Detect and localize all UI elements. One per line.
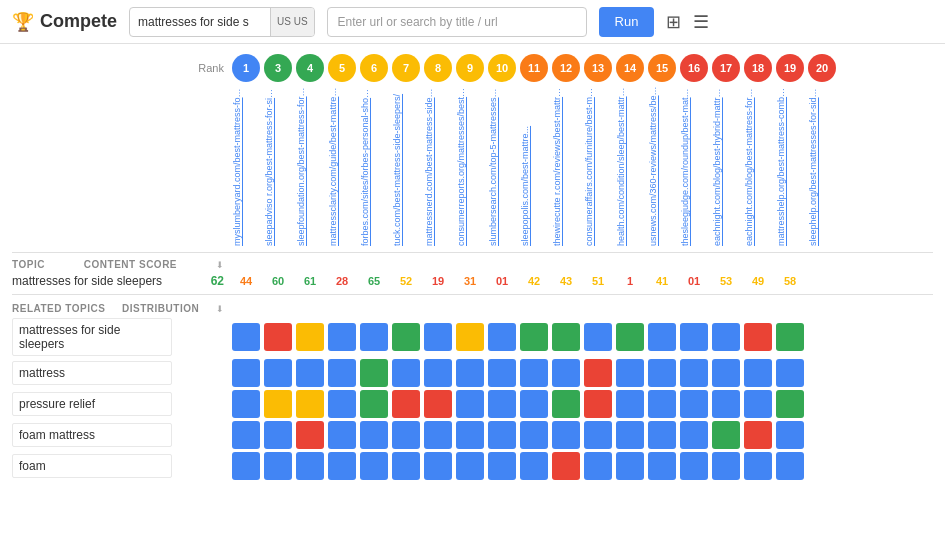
related-cell-0-10[interactable] (552, 323, 580, 351)
related-cell-0-7[interactable] (456, 323, 484, 351)
url-cell-7[interactable]: mattressnerd.com/best-mattress-side-slee… (424, 86, 452, 246)
rank-circle-4[interactable]: 4 (296, 54, 324, 82)
locale-badge[interactable]: US US (270, 8, 314, 36)
rank-circle-11[interactable]: 11 (520, 54, 548, 82)
url-cell-19[interactable]: sleephelp.org/best-mattresses-for-side-s… (808, 86, 836, 246)
rank-circle-5[interactable]: 5 (328, 54, 356, 82)
related-cell-1-10[interactable] (552, 359, 580, 387)
url-cell-16[interactable]: eachnight.com/blog/best-hybrid-mattress-… (712, 86, 740, 246)
dist-sort-icon[interactable]: ⬇ (216, 304, 224, 314)
url-cell-2[interactable]: sleepadviso r.org/best-mattress-for-side… (264, 86, 292, 246)
run-button[interactable]: Run (599, 7, 655, 37)
related-cell-0-2[interactable] (296, 323, 324, 351)
related-cell-3-5[interactable] (392, 421, 420, 449)
related-cell-2-0[interactable] (232, 390, 260, 418)
related-cell-4-4[interactable] (360, 452, 388, 480)
rank-circle-14[interactable]: 14 (616, 54, 644, 82)
related-cell-1-5[interactable] (392, 359, 420, 387)
related-cell-4-2[interactable] (296, 452, 324, 480)
related-cell-0-12[interactable] (616, 323, 644, 351)
related-cell-2-2[interactable] (296, 390, 324, 418)
rank-circle-15[interactable]: 15 (648, 54, 676, 82)
related-cell-0-4[interactable] (360, 323, 388, 351)
rank-circle-8[interactable]: 8 (424, 54, 452, 82)
related-cell-0-15[interactable] (712, 323, 740, 351)
related-cell-4-9[interactable] (520, 452, 548, 480)
grid-view-icon[interactable]: ⊞ (666, 11, 681, 33)
rank-circle-17[interactable]: 17 (712, 54, 740, 82)
related-cell-1-2[interactable] (296, 359, 324, 387)
url-cell-8[interactable]: consumerreports.org/mattresses/best-matt… (456, 86, 484, 246)
related-cell-3-2[interactable] (296, 421, 324, 449)
related-cell-2-10[interactable] (552, 390, 580, 418)
keyword-input[interactable] (130, 15, 270, 29)
related-cell-4-7[interactable] (456, 452, 484, 480)
url-cell-11[interactable]: thewirecutte r.com/reviews/best-mattress… (552, 86, 580, 246)
url-cell-17[interactable]: eachnight.com/blog/best-mattress-for-sid… (744, 86, 772, 246)
related-cell-2-4[interactable] (360, 390, 388, 418)
related-cell-0-3[interactable] (328, 323, 356, 351)
related-cell-0-1[interactable] (264, 323, 292, 351)
rank-circle-19[interactable]: 19 (776, 54, 804, 82)
related-cell-3-1[interactable] (264, 421, 292, 449)
url-cell-3[interactable]: sleepfoundation.org/best-mattress-for-si… (296, 86, 324, 246)
related-cell-2-8[interactable] (488, 390, 516, 418)
related-cell-3-4[interactable] (360, 421, 388, 449)
related-cell-2-15[interactable] (712, 390, 740, 418)
related-cell-4-10[interactable] (552, 452, 580, 480)
related-cell-4-5[interactable] (392, 452, 420, 480)
rank-circle-20[interactable]: 20 (808, 54, 836, 82)
related-cell-1-4[interactable] (360, 359, 388, 387)
related-cell-3-10[interactable] (552, 421, 580, 449)
related-cell-1-16[interactable] (744, 359, 772, 387)
url-cell-10[interactable]: sleepopolis.com/best-mattre... (520, 86, 548, 246)
url-cell-18[interactable]: mattresshelp.org/best-mattress-combinati… (776, 86, 804, 246)
url-search-input[interactable]: Enter url or search by title / url (327, 7, 587, 37)
related-cell-2-7[interactable] (456, 390, 484, 418)
related-cell-0-14[interactable] (680, 323, 708, 351)
related-cell-3-11[interactable] (584, 421, 612, 449)
related-cell-2-14[interactable] (680, 390, 708, 418)
related-cell-2-12[interactable] (616, 390, 644, 418)
rank-circle-3[interactable]: 3 (264, 54, 292, 82)
related-cell-2-11[interactable] (584, 390, 612, 418)
related-cell-0-8[interactable] (488, 323, 516, 351)
related-cell-3-7[interactable] (456, 421, 484, 449)
related-cell-1-9[interactable] (520, 359, 548, 387)
related-cell-3-9[interactable] (520, 421, 548, 449)
url-cell-14[interactable]: usnews.com/360-reviews/mattress/best-m..… (648, 86, 676, 246)
related-cell-1-13[interactable] (648, 359, 676, 387)
related-cell-4-0[interactable] (232, 452, 260, 480)
related-cell-0-9[interactable] (520, 323, 548, 351)
related-cell-3-17[interactable] (776, 421, 804, 449)
url-cell-13[interactable]: health.com/condition/sleep/best-mattress… (616, 86, 644, 246)
related-cell-0-17[interactable] (776, 323, 804, 351)
related-cell-4-3[interactable] (328, 452, 356, 480)
url-cell-9[interactable]: slumbersearch.com/top-5-mattresses-for-s… (488, 86, 516, 246)
related-cell-3-16[interactable] (744, 421, 772, 449)
related-cell-1-14[interactable] (680, 359, 708, 387)
related-cell-1-17[interactable] (776, 359, 804, 387)
rank-circle-7[interactable]: 7 (392, 54, 420, 82)
related-cell-3-8[interactable] (488, 421, 516, 449)
related-cell-1-3[interactable] (328, 359, 356, 387)
url-cell-5[interactable]: forbes.com/sites/forbes-personal-shopper… (360, 86, 388, 246)
related-cell-4-16[interactable] (744, 452, 772, 480)
related-cell-3-6[interactable] (424, 421, 452, 449)
related-cell-1-6[interactable] (424, 359, 452, 387)
rank-circle-6[interactable]: 6 (360, 54, 388, 82)
related-cell-0-0[interactable] (232, 323, 260, 351)
related-cell-1-12[interactable] (616, 359, 644, 387)
url-cell-6[interactable]: tuck.com/best-mattress-side-sleepers/ (392, 86, 420, 246)
rank-circle-12[interactable]: 12 (552, 54, 580, 82)
rank-circle-18[interactable]: 18 (744, 54, 772, 82)
related-cell-2-5[interactable] (392, 390, 420, 418)
related-cell-3-15[interactable] (712, 421, 740, 449)
related-cell-1-0[interactable] (232, 359, 260, 387)
related-cell-4-15[interactable] (712, 452, 740, 480)
related-cell-2-9[interactable] (520, 390, 548, 418)
related-cell-0-16[interactable] (744, 323, 772, 351)
related-cell-4-12[interactable] (616, 452, 644, 480)
related-cell-2-16[interactable] (744, 390, 772, 418)
url-cell-1[interactable]: myslumberyard.com/best-mattress-for-side… (232, 86, 260, 246)
